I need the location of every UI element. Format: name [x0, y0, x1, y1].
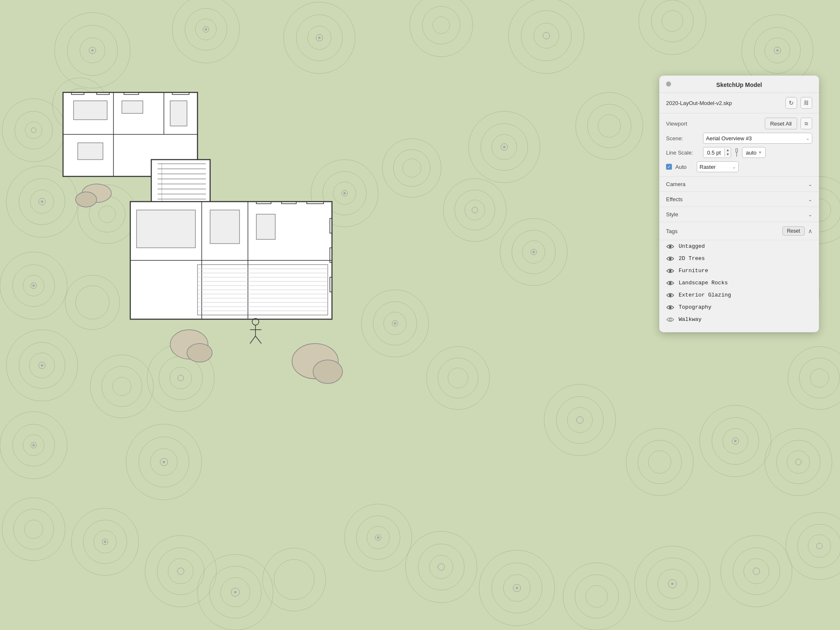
panel-dot — [666, 81, 671, 87]
svg-point-175 — [394, 322, 396, 325]
panel-icon-buttons: ↻ ⛓ — [785, 97, 812, 109]
svg-point-104 — [438, 564, 445, 570]
svg-point-21 — [543, 32, 550, 39]
svg-point-111 — [575, 575, 619, 618]
line-scale-stepper[interactable]: 0.5 pt ▲ ▼ — [703, 147, 731, 158]
eye-icon[interactable] — [666, 304, 674, 310]
svg-point-117 — [671, 583, 674, 585]
svg-point-103 — [429, 555, 453, 579]
svg-point-142 — [503, 146, 506, 148]
svg-point-135 — [777, 440, 820, 484]
style-chevron: ⌄ — [808, 212, 812, 218]
svg-point-85 — [145, 536, 216, 607]
svg-point-158 — [443, 178, 506, 242]
svg-point-180 — [556, 396, 603, 444]
svg-point-14 — [318, 37, 321, 39]
link-button[interactable]: ⛓ — [801, 97, 812, 109]
auto-checkbox[interactable]: ✓ — [666, 164, 672, 170]
style-section-header[interactable]: Style ⌄ — [659, 207, 819, 222]
eye-icon[interactable] — [666, 317, 674, 323]
tag-item[interactable]: 2D Trees — [659, 252, 819, 265]
effects-section-header[interactable]: Effects ⌄ — [659, 192, 819, 207]
svg-point-101 — [406, 531, 477, 603]
svg-point-136 — [787, 451, 810, 473]
svg-point-177 — [438, 358, 478, 398]
tags-collapse-icon[interactable]: ∧ — [808, 228, 812, 234]
svg-point-123 — [798, 524, 840, 568]
eye-icon[interactable] — [666, 292, 674, 298]
auto-chevron: ▼ — [758, 150, 762, 155]
scale-link-icon — [734, 150, 740, 155]
tags-list: Untagged 2D Trees Furniture Landscape Ro… — [659, 240, 819, 326]
svg-point-185 — [648, 451, 671, 473]
line-scale-row: Line Scale: 0.5 pt ▲ ▼ auto — [666, 147, 812, 158]
svg-point-155 — [382, 139, 441, 197]
tag-name: Topography — [679, 304, 711, 310]
stepper-up[interactable]: ▲ — [725, 148, 731, 152]
sketchup-model-panel: SketchUp Model 2020-LayOut-Model-v2.skp … — [659, 76, 819, 332]
svg-point-77 — [2, 498, 65, 561]
svg-point-178 — [448, 368, 468, 388]
scene-dropdown[interactable]: Aerial Overview #3 ⌄ — [703, 133, 812, 144]
tag-name: 2D Trees — [679, 255, 705, 262]
raster-dropdown[interactable]: Raster ⌄ — [697, 161, 739, 172]
effects-chevron: ⌄ — [808, 197, 812, 202]
camera-section-header[interactable]: Camera ⌄ — [659, 177, 819, 192]
tag-item[interactable]: Untagged — [659, 240, 819, 252]
svg-point-29 — [776, 49, 779, 52]
svg-point-88 — [177, 568, 184, 575]
auto-value: auto — [746, 150, 756, 156]
scene-label: Scene: — [666, 135, 700, 142]
building-plan — [13, 59, 357, 386]
svg-point-100 — [377, 536, 379, 539]
tag-name: Landscape Rocks — [679, 280, 728, 286]
svg-point-144 — [587, 104, 631, 148]
refresh-button[interactable]: ↻ — [785, 97, 797, 109]
raster-value: Raster — [700, 164, 716, 170]
svg-point-5 — [172, 0, 240, 63]
eye-icon[interactable] — [666, 280, 674, 286]
tag-item[interactable]: Exterior Glazing — [659, 289, 819, 301]
svg-point-78 — [13, 509, 54, 549]
line-scale-value: 0.5 pt — [703, 150, 724, 156]
svg-point-258 — [669, 282, 671, 284]
svg-rect-202 — [74, 101, 107, 120]
svg-point-24 — [662, 10, 683, 32]
svg-point-179 — [544, 384, 616, 456]
stepper-down[interactable]: ▼ — [725, 152, 731, 157]
svg-point-122 — [786, 512, 840, 580]
viewport-label: Viewport — [666, 121, 700, 127]
svg-point-125 — [816, 543, 822, 549]
tag-item[interactable]: Topography — [659, 301, 819, 313]
svg-point-4 — [91, 49, 94, 52]
eye-icon[interactable] — [666, 256, 674, 262]
svg-point-137 — [795, 459, 801, 465]
viewport-row: Viewport Reset All ⧉ — [666, 118, 812, 129]
eye-icon[interactable] — [666, 268, 674, 274]
refresh-icon: ↻ — [789, 100, 794, 106]
tag-item[interactable]: Furniture — [659, 265, 819, 277]
viewport-copy-button[interactable]: ⧉ — [801, 118, 812, 129]
svg-point-20 — [534, 23, 559, 48]
effects-label: Effects — [666, 196, 683, 202]
svg-point-120 — [744, 559, 769, 584]
svg-point-183 — [626, 428, 693, 496]
svg-point-93 — [234, 591, 237, 593]
tag-item[interactable]: Walkway — [659, 313, 819, 326]
link-icon: ⛓ — [804, 100, 809, 106]
camera-label: Camera — [666, 181, 685, 187]
auto-raster-row: ✓ Auto Raster ⌄ — [666, 161, 812, 172]
tag-item[interactable]: Landscape Rocks — [659, 277, 819, 289]
auto-dropdown[interactable]: auto ▼ — [742, 147, 766, 158]
svg-point-95 — [274, 559, 314, 600]
svg-rect-205 — [170, 101, 187, 126]
eye-icon[interactable] — [666, 244, 674, 249]
reset-all-button[interactable]: Reset All — [765, 118, 797, 129]
raster-chevron: ⌄ — [732, 165, 736, 169]
svg-point-87 — [168, 559, 193, 584]
svg-point-79 — [24, 520, 43, 538]
tags-reset-button[interactable]: Reset — [782, 226, 805, 236]
tags-header-controls: Reset ∧ — [782, 226, 812, 236]
svg-point-118 — [721, 536, 792, 607]
svg-point-176 — [427, 346, 490, 410]
